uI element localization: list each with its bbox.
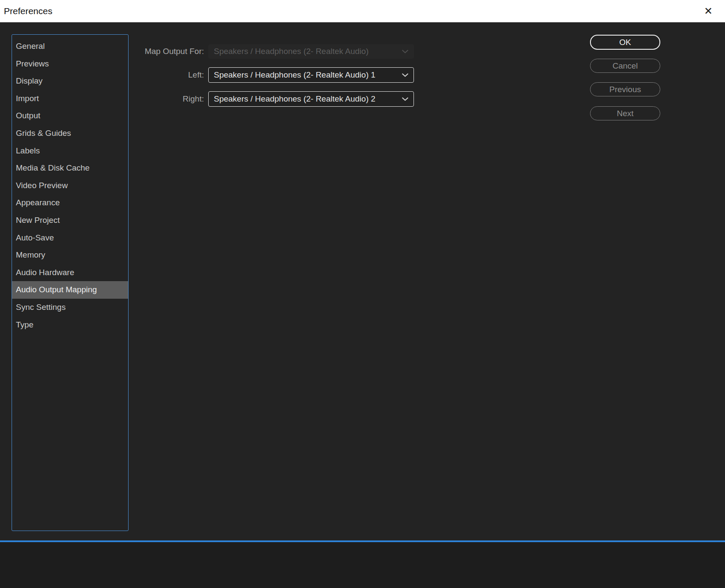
sidebar-item-label: New Project bbox=[16, 216, 60, 225]
sidebar-item-display[interactable]: Display bbox=[12, 72, 128, 90]
sidebar-item-label: Type bbox=[16, 320, 33, 329]
sidebar-item-labels[interactable]: Labels bbox=[12, 142, 128, 160]
left-channel-label: Left: bbox=[120, 67, 204, 83]
sidebar-item-label: Appearance bbox=[16, 198, 60, 207]
sidebar-item-previews[interactable]: Previews bbox=[12, 55, 128, 73]
sidebar-item-label: Auto-Save bbox=[16, 233, 54, 242]
map-output-for-value: Speakers / Headphones (2- Realtek Audio) bbox=[214, 47, 398, 56]
bottom-area bbox=[0, 542, 725, 588]
sidebar-item-label: Media & Disk Cache bbox=[16, 163, 90, 172]
chevron-down-icon bbox=[402, 50, 408, 54]
sidebar-item-audio-output-mapping[interactable]: Audio Output Mapping bbox=[12, 281, 128, 299]
right-channel-value: Speakers / Headphones (2- Realtek Audio)… bbox=[214, 94, 398, 104]
next-button[interactable]: Next bbox=[590, 106, 660, 120]
sidebar-item-label: Output bbox=[16, 111, 40, 120]
preferences-category-list: General Previews Display Import Output G… bbox=[12, 34, 129, 531]
sidebar-item-video-preview[interactable]: Video Preview bbox=[12, 177, 128, 195]
sidebar-item-label: Previews bbox=[16, 59, 49, 68]
sidebar-item-label: Audio Output Mapping bbox=[16, 285, 97, 294]
sidebar-item-new-project[interactable]: New Project bbox=[12, 212, 128, 229]
title-bar: Preferences ✕ bbox=[0, 0, 725, 22]
left-channel-value: Speakers / Headphones (2- Realtek Audio)… bbox=[214, 70, 398, 80]
sidebar-item-media-disk-cache[interactable]: Media & Disk Cache bbox=[12, 159, 128, 177]
right-channel-label: Right: bbox=[120, 91, 204, 107]
ok-button[interactable]: OK bbox=[590, 35, 660, 50]
left-channel-select[interactable]: Speakers / Headphones (2- Realtek Audio)… bbox=[208, 67, 414, 83]
map-output-for-select: Speakers / Headphones (2- Realtek Audio) bbox=[208, 44, 414, 59]
sidebar-item-label: Audio Hardware bbox=[16, 268, 74, 277]
sidebar-item-memory[interactable]: Memory bbox=[12, 246, 128, 264]
sidebar-item-type[interactable]: Type bbox=[12, 316, 128, 334]
sidebar-item-auto-save[interactable]: Auto-Save bbox=[12, 229, 128, 247]
sidebar-item-label: Labels bbox=[16, 146, 40, 155]
sidebar-item-label: Memory bbox=[16, 250, 45, 259]
sidebar-item-sync-settings[interactable]: Sync Settings bbox=[12, 299, 128, 316]
sidebar-item-label: Video Preview bbox=[16, 181, 68, 190]
close-button[interactable]: ✕ bbox=[701, 4, 716, 18]
sidebar-item-import[interactable]: Import bbox=[12, 90, 128, 108]
cancel-button[interactable]: Cancel bbox=[590, 59, 660, 73]
chevron-down-icon bbox=[402, 73, 408, 77]
sidebar-item-audio-hardware[interactable]: Audio Hardware bbox=[12, 264, 128, 282]
page-title: Preferences bbox=[0, 6, 52, 16]
sidebar-item-appearance[interactable]: Appearance bbox=[12, 194, 128, 212]
close-icon: ✕ bbox=[704, 6, 713, 16]
sidebar-item-label: Import bbox=[16, 94, 39, 103]
sidebar-item-grids-guides[interactable]: Grids & Guides bbox=[12, 125, 128, 142]
preferences-dialog: Preferences ✕ General Previews Display I… bbox=[0, 0, 725, 588]
sidebar-item-label: Grids & Guides bbox=[16, 129, 71, 138]
sidebar-item-general[interactable]: General bbox=[12, 38, 128, 55]
sidebar-item-label: Sync Settings bbox=[16, 303, 66, 312]
map-output-for-label: Map Output For: bbox=[120, 44, 204, 59]
previous-button[interactable]: Previous bbox=[590, 82, 660, 96]
chevron-down-icon bbox=[402, 97, 408, 101]
sidebar-item-label: Display bbox=[16, 76, 42, 85]
sidebar-item-label: General bbox=[16, 42, 45, 51]
sidebar-item-output[interactable]: Output bbox=[12, 107, 128, 125]
right-channel-select[interactable]: Speakers / Headphones (2- Realtek Audio)… bbox=[208, 91, 414, 107]
